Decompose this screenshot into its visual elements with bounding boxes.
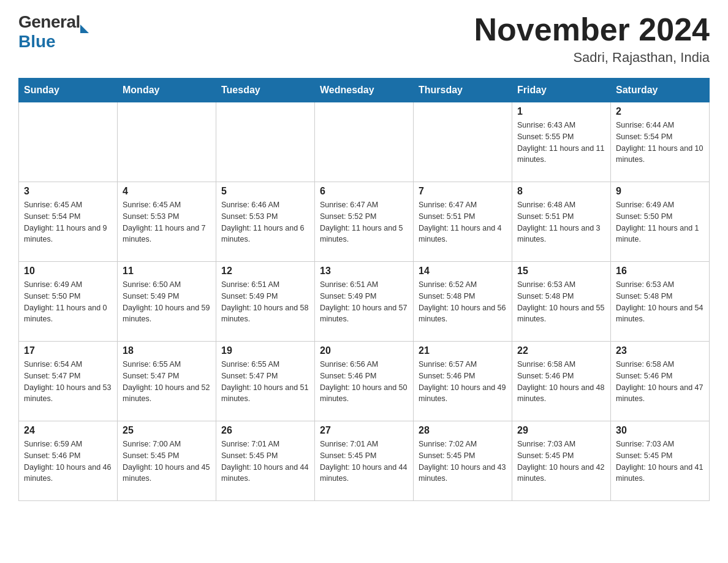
calendar-day-cell: 2Sunrise: 6:44 AMSunset: 5:54 PMDaylight… xyxy=(611,102,710,182)
day-number: 12 xyxy=(221,266,309,277)
calendar-day-cell: 11Sunrise: 6:50 AMSunset: 5:49 PMDayligh… xyxy=(118,262,216,342)
calendar-day-cell: 15Sunrise: 6:53 AMSunset: 5:48 PMDayligh… xyxy=(512,262,611,342)
calendar-day-cell xyxy=(19,102,118,182)
calendar-day-cell xyxy=(216,102,315,182)
day-info: Sunrise: 6:49 AMSunset: 5:50 PMDaylight:… xyxy=(24,279,112,325)
day-info: Sunrise: 6:51 AMSunset: 5:49 PMDaylight:… xyxy=(320,279,408,325)
calendar-day-cell: 14Sunrise: 6:52 AMSunset: 5:48 PMDayligh… xyxy=(414,262,512,342)
calendar-table: Sunday Monday Tuesday Wednesday Thursday… xyxy=(18,78,710,501)
calendar-day-cell: 17Sunrise: 6:54 AMSunset: 5:47 PMDayligh… xyxy=(19,342,118,421)
calendar-week-row: 3Sunrise: 6:45 AMSunset: 5:54 PMDaylight… xyxy=(19,182,710,262)
calendar-day-cell: 22Sunrise: 6:58 AMSunset: 5:46 PMDayligh… xyxy=(512,342,611,421)
day-info: Sunrise: 6:45 AMSunset: 5:53 PMDaylight:… xyxy=(123,199,211,245)
day-number: 17 xyxy=(24,345,112,356)
day-info: Sunrise: 6:55 AMSunset: 5:47 PMDaylight:… xyxy=(221,359,309,405)
header-tuesday: Tuesday xyxy=(216,79,315,102)
day-info: Sunrise: 6:46 AMSunset: 5:53 PMDaylight:… xyxy=(221,199,309,245)
header-monday: Monday xyxy=(118,79,216,102)
header-thursday: Thursday xyxy=(414,79,512,102)
day-number: 29 xyxy=(517,425,605,436)
day-number: 11 xyxy=(123,266,211,277)
calendar-day-cell: 30Sunrise: 7:03 AMSunset: 5:45 PMDayligh… xyxy=(611,421,710,501)
days-of-week-row: Sunday Monday Tuesday Wednesday Thursday… xyxy=(19,79,710,102)
day-number: 15 xyxy=(517,266,605,277)
day-number: 4 xyxy=(123,186,211,197)
day-number: 30 xyxy=(616,425,704,436)
calendar-day-cell: 3Sunrise: 6:45 AMSunset: 5:54 PMDaylight… xyxy=(19,182,118,262)
calendar-title-area: November 2024 Sadri, Rajasthan, India xyxy=(474,12,710,66)
calendar-day-cell: 9Sunrise: 6:49 AMSunset: 5:50 PMDaylight… xyxy=(611,182,710,262)
day-number: 18 xyxy=(123,345,211,356)
calendar-day-cell: 19Sunrise: 6:55 AMSunset: 5:47 PMDayligh… xyxy=(216,342,315,421)
logo-arrow-icon xyxy=(80,25,89,33)
page-header: General Blue November 2024 Sadri, Rajast… xyxy=(18,12,710,66)
day-number: 13 xyxy=(320,266,408,277)
day-number: 24 xyxy=(24,425,112,436)
day-info: Sunrise: 6:44 AMSunset: 5:54 PMDaylight:… xyxy=(616,120,704,166)
day-number: 19 xyxy=(221,345,309,356)
day-info: Sunrise: 7:02 AMSunset: 5:45 PMDaylight:… xyxy=(419,439,507,484)
day-number: 21 xyxy=(419,345,507,356)
day-info: Sunrise: 6:50 AMSunset: 5:49 PMDaylight:… xyxy=(123,279,211,325)
day-info: Sunrise: 6:59 AMSunset: 5:46 PMDaylight:… xyxy=(24,439,112,484)
day-number: 9 xyxy=(616,186,704,197)
day-number: 25 xyxy=(123,425,211,436)
day-number: 14 xyxy=(419,266,507,277)
day-info: Sunrise: 6:47 AMSunset: 5:51 PMDaylight:… xyxy=(419,199,507,245)
calendar-week-row: 1Sunrise: 6:43 AMSunset: 5:55 PMDaylight… xyxy=(19,102,710,182)
day-number: 6 xyxy=(320,186,408,197)
day-info: Sunrise: 7:01 AMSunset: 5:45 PMDaylight:… xyxy=(221,439,309,484)
calendar-day-cell: 7Sunrise: 6:47 AMSunset: 5:51 PMDaylight… xyxy=(414,182,512,262)
calendar-week-row: 17Sunrise: 6:54 AMSunset: 5:47 PMDayligh… xyxy=(19,342,710,421)
header-friday: Friday xyxy=(512,79,611,102)
calendar-month-year: November 2024 xyxy=(474,12,710,47)
day-info: Sunrise: 6:54 AMSunset: 5:47 PMDaylight:… xyxy=(24,359,112,405)
calendar-day-cell: 16Sunrise: 6:53 AMSunset: 5:48 PMDayligh… xyxy=(611,262,710,342)
day-info: Sunrise: 6:48 AMSunset: 5:51 PMDaylight:… xyxy=(517,199,605,245)
calendar-day-cell: 4Sunrise: 6:45 AMSunset: 5:53 PMDaylight… xyxy=(118,182,216,262)
calendar-location: Sadri, Rajasthan, India xyxy=(474,50,710,66)
day-info: Sunrise: 7:03 AMSunset: 5:45 PMDaylight:… xyxy=(517,439,605,484)
calendar-day-cell xyxy=(118,102,216,182)
day-info: Sunrise: 6:56 AMSunset: 5:46 PMDaylight:… xyxy=(320,359,408,405)
logo-general-text: General xyxy=(18,12,80,32)
day-info: Sunrise: 6:58 AMSunset: 5:46 PMDaylight:… xyxy=(517,359,605,405)
day-number: 1 xyxy=(517,106,605,117)
calendar-day-cell: 12Sunrise: 6:51 AMSunset: 5:49 PMDayligh… xyxy=(216,262,315,342)
day-number: 5 xyxy=(221,186,309,197)
day-number: 23 xyxy=(616,345,704,356)
calendar-day-cell: 25Sunrise: 7:00 AMSunset: 5:45 PMDayligh… xyxy=(118,421,216,501)
day-info: Sunrise: 6:58 AMSunset: 5:46 PMDaylight:… xyxy=(616,359,704,405)
day-info: Sunrise: 6:49 AMSunset: 5:50 PMDaylight:… xyxy=(616,199,704,245)
day-number: 20 xyxy=(320,345,408,356)
logo-blue-text: Blue xyxy=(18,32,56,52)
day-info: Sunrise: 6:53 AMSunset: 5:48 PMDaylight:… xyxy=(517,279,605,325)
day-number: 22 xyxy=(517,345,605,356)
calendar-day-cell: 28Sunrise: 7:02 AMSunset: 5:45 PMDayligh… xyxy=(414,421,512,501)
calendar-day-cell: 6Sunrise: 6:47 AMSunset: 5:52 PMDaylight… xyxy=(315,182,414,262)
day-number: 10 xyxy=(24,266,112,277)
day-info: Sunrise: 6:53 AMSunset: 5:48 PMDaylight:… xyxy=(616,279,704,325)
day-info: Sunrise: 6:43 AMSunset: 5:55 PMDaylight:… xyxy=(517,120,605,166)
day-number: 16 xyxy=(616,266,704,277)
logo: General Blue xyxy=(18,12,89,52)
calendar-day-cell: 23Sunrise: 6:58 AMSunset: 5:46 PMDayligh… xyxy=(611,342,710,421)
calendar-week-row: 10Sunrise: 6:49 AMSunset: 5:50 PMDayligh… xyxy=(19,262,710,342)
calendar-day-cell xyxy=(414,102,512,182)
calendar-day-cell: 21Sunrise: 6:57 AMSunset: 5:46 PMDayligh… xyxy=(414,342,512,421)
calendar-day-cell: 18Sunrise: 6:55 AMSunset: 5:47 PMDayligh… xyxy=(118,342,216,421)
calendar-day-cell: 8Sunrise: 6:48 AMSunset: 5:51 PMDaylight… xyxy=(512,182,611,262)
calendar-day-cell: 29Sunrise: 7:03 AMSunset: 5:45 PMDayligh… xyxy=(512,421,611,501)
day-number: 2 xyxy=(616,106,704,117)
day-info: Sunrise: 7:00 AMSunset: 5:45 PMDaylight:… xyxy=(123,439,211,484)
day-number: 28 xyxy=(419,425,507,436)
calendar-week-row: 24Sunrise: 6:59 AMSunset: 5:46 PMDayligh… xyxy=(19,421,710,501)
calendar-day-cell xyxy=(315,102,414,182)
calendar-day-cell: 1Sunrise: 6:43 AMSunset: 5:55 PMDaylight… xyxy=(512,102,611,182)
day-info: Sunrise: 6:57 AMSunset: 5:46 PMDaylight:… xyxy=(419,359,507,405)
calendar-day-cell: 5Sunrise: 6:46 AMSunset: 5:53 PMDaylight… xyxy=(216,182,315,262)
calendar-day-cell: 13Sunrise: 6:51 AMSunset: 5:49 PMDayligh… xyxy=(315,262,414,342)
day-info: Sunrise: 7:03 AMSunset: 5:45 PMDaylight:… xyxy=(616,439,704,484)
day-number: 27 xyxy=(320,425,408,436)
calendar-day-cell: 26Sunrise: 7:01 AMSunset: 5:45 PMDayligh… xyxy=(216,421,315,501)
